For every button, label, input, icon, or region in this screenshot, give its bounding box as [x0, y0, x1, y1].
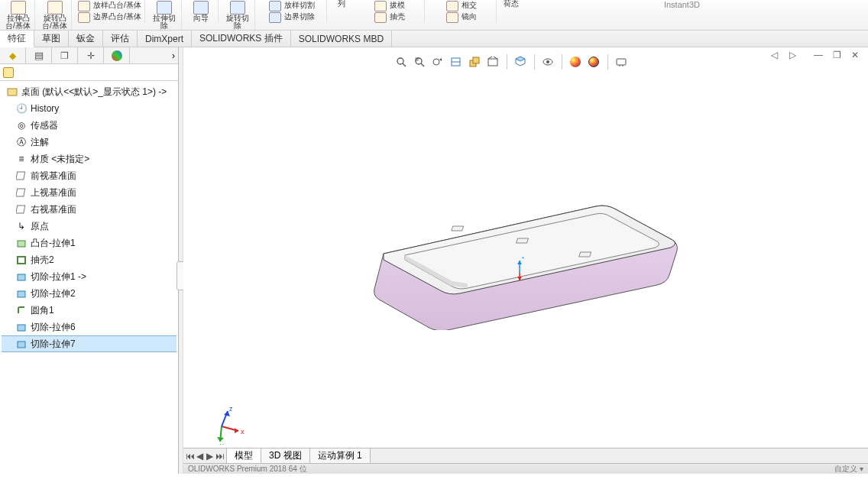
- tab-evaluate[interactable]: 评估: [103, 31, 138, 47]
- tree-cut-extrude1[interactable]: 切除-拉伸1 ->: [2, 268, 177, 285]
- fm-tab-property[interactable]: ▤: [26, 47, 52, 63]
- ribbon-group-draft[interactable]: 拔模 抽壳: [356, 0, 425, 23]
- tab-sheetmetal[interactable]: 钣金: [69, 31, 103, 47]
- svg-rect-6: [18, 274, 25, 280]
- tree-cut-extrude7[interactable]: 切除-拉伸7: [2, 335, 177, 352]
- doc-next-icon[interactable]: ▷: [785, 49, 799, 61]
- plane-icon: [15, 186, 28, 199]
- display-style-icon[interactable]: [484, 53, 501, 70]
- sensor-icon: ◎: [15, 119, 28, 131]
- btab-motion[interactable]: 运动算例 1: [310, 449, 371, 463]
- tree-root[interactable]: 桌面 (默认<<默认>_显示状态 1>) ->: [2, 83, 177, 100]
- cut-icon: [15, 287, 28, 300]
- doc-min-icon[interactable]: —: [811, 49, 825, 61]
- ribbon-group-extrude-cut[interactable]: 拉伸切 除: [148, 0, 182, 30]
- tree-front-plane[interactable]: 前视基准面: [2, 167, 177, 184]
- instant3d-label: Instant3D: [664, 0, 700, 9]
- svg-rect-3: [16, 206, 25, 213]
- fm-tab-appearance[interactable]: [104, 47, 130, 63]
- manager-tabs: ◆ ▤ ❐ ✛ ›: [0, 47, 178, 64]
- origin-icon: ↳: [15, 220, 28, 232]
- filter-icon[interactable]: [3, 67, 14, 78]
- tab-sketch[interactable]: 草图: [34, 31, 69, 47]
- zoom-area-icon[interactable]: [411, 53, 428, 70]
- section-view-icon[interactable]: [448, 53, 465, 70]
- tab-mbd[interactable]: SOLIDWORKS MBD: [291, 31, 392, 47]
- bottom-tabs-nav: ⏮ ◀ ▶ ⏭: [183, 449, 227, 463]
- tree-cut-extrude6[interactable]: 切除-拉伸6: [2, 319, 177, 335]
- ribbon-group-revolve-boss[interactable]: 旋转凸 台/基体: [38, 0, 72, 30]
- ribbon-group-col[interactable]: 列: [330, 0, 353, 8]
- tree-material[interactable]: ≡材质 <未指定>: [2, 151, 177, 167]
- doc-restore-icon[interactable]: ❐: [830, 49, 844, 61]
- view-settings-icon[interactable]: [613, 53, 630, 70]
- svg-rect-30: [579, 252, 591, 257]
- status-right[interactable]: 自定义 ▾: [834, 464, 863, 474]
- btab-last-icon[interactable]: ⏭: [215, 451, 225, 461]
- triad-y-label: y: [220, 442, 224, 445]
- view-orientation-icon[interactable]: [466, 53, 483, 70]
- svg-rect-7: [18, 291, 25, 297]
- btab-3dview[interactable]: 3D 视图: [261, 449, 310, 463]
- hide-show-icon[interactable]: [512, 53, 529, 70]
- doc-window-controls: ◁ ▷ — ❐ ✕: [767, 49, 862, 61]
- ribbon-group-extrude-boss[interactable]: 拉伸凸 台/基体: [2, 0, 35, 30]
- tab-addins[interactable]: SOLIDWORKS 插件: [192, 31, 291, 47]
- ribbon-group-revolve-cut[interactable]: 旋转切 除: [222, 0, 255, 30]
- btab-model[interactable]: 模型: [227, 449, 261, 463]
- btab-prev-icon[interactable]: ◀: [195, 451, 205, 461]
- history-icon: 🕘: [15, 102, 28, 115]
- part-icon: [6, 86, 18, 98]
- svg-rect-25: [617, 59, 626, 65]
- tab-features[interactable]: 特征: [0, 31, 34, 47]
- edit-appearance-icon[interactable]: [567, 53, 584, 70]
- tree-cut-extrude2[interactable]: 切除-拉伸2: [2, 285, 177, 302]
- svg-point-10: [397, 58, 403, 64]
- svg-line-11: [403, 63, 406, 66]
- status-bar: OLIDWORKS Premium 2018 64 位 自定义 ▾: [183, 463, 868, 474]
- triad-x-label: x: [241, 428, 245, 436]
- plane-icon: [15, 170, 28, 182]
- svg-text:*: *: [522, 255, 524, 262]
- cut-icon: [15, 338, 28, 350]
- manager-tabs-overflow[interactable]: ›: [172, 50, 175, 61]
- visibility-icon[interactable]: [539, 53, 556, 70]
- prev-view-icon[interactable]: [429, 53, 446, 70]
- btab-next-icon[interactable]: ▶: [205, 451, 215, 461]
- ribbon-group-wizard[interactable]: 向导: [185, 0, 219, 22]
- tree-sensors[interactable]: ◎传感器: [2, 117, 177, 134]
- doc-close-icon[interactable]: ✕: [848, 49, 862, 61]
- tree-right-plane[interactable]: 右视基准面: [2, 201, 177, 218]
- tree-annotations[interactable]: Ⓐ注解: [2, 134, 177, 151]
- tree-shell2[interactable]: 抽壳2: [2, 251, 177, 268]
- zoom-fit-icon[interactable]: [393, 53, 410, 70]
- ribbon: 拉伸凸 台/基体 旋转凸 台/基体 放样凸台/基体 边界凸台/基体 拉伸切 除 …: [0, 0, 868, 31]
- tree-history[interactable]: 🕘History: [2, 100, 177, 117]
- tree-fillet1[interactable]: 圆角1: [2, 302, 177, 319]
- svg-rect-29: [517, 238, 529, 243]
- ribbon-group-loft-cut[interactable]: 放样切割 边界切除: [258, 0, 327, 23]
- model-render: *: [367, 162, 688, 330]
- fm-tab-dim[interactable]: ✛: [78, 47, 104, 63]
- tree-top-plane[interactable]: 上视基准面: [2, 184, 177, 201]
- graphics-view[interactable]: ◁ ▷ — ❐ ✕: [183, 47, 868, 474]
- ribbon-group-intersect[interactable]: 相交 镜向: [428, 0, 497, 23]
- btab-first-icon[interactable]: ⏮: [185, 451, 195, 461]
- feature-tree[interactable]: 桌面 (默认<<默认>_显示状态 1>) -> 🕘History ◎传感器 Ⓐ注…: [0, 81, 178, 474]
- fm-tab-config[interactable]: ❐: [52, 47, 78, 63]
- tree-boss-extrude1[interactable]: 凸台-拉伸1: [2, 235, 177, 251]
- fm-tab-feature-tree[interactable]: ◆: [0, 47, 26, 63]
- ribbon-group-load[interactable]: 荷态: [500, 0, 523, 8]
- svg-rect-9: [18, 342, 25, 348]
- ribbon-group-loft-boss[interactable]: 放样凸台/基体 边界凸台/基体: [75, 0, 145, 23]
- svg-point-15: [433, 59, 439, 65]
- boss-icon: [15, 237, 28, 249]
- doc-prev-icon[interactable]: ◁: [767, 49, 781, 61]
- tree-origin[interactable]: ↳原点: [2, 218, 177, 235]
- svg-rect-8: [18, 325, 25, 331]
- svg-rect-0: [8, 89, 17, 96]
- cut-icon: [15, 321, 28, 333]
- apply-scene-icon[interactable]: [585, 53, 602, 70]
- triad[interactable]: x y z: [211, 403, 252, 445]
- tab-dimxpert[interactable]: DimXpert: [138, 31, 192, 47]
